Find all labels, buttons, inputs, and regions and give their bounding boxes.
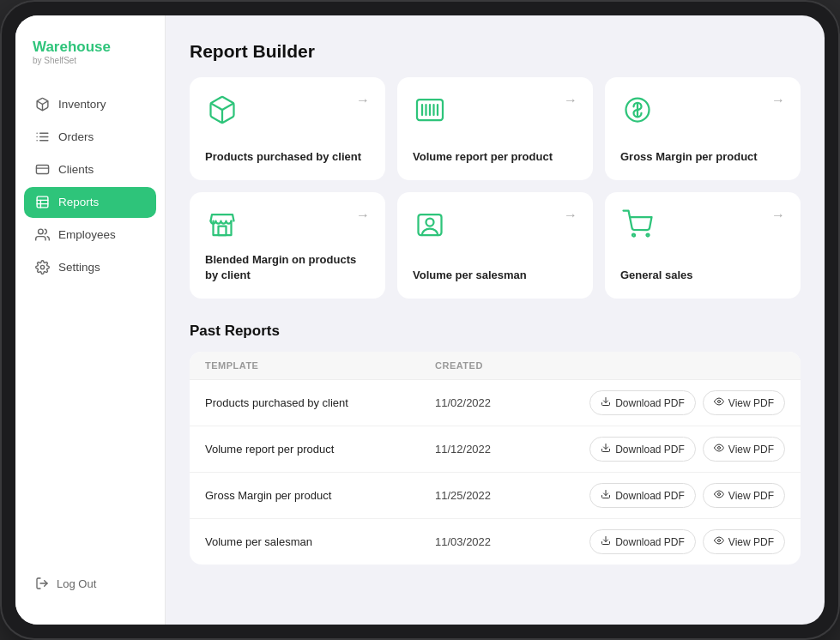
sidebar-item-orders[interactable]: Orders [24, 122, 156, 153]
download-icon [601, 535, 611, 548]
report-card-general-sales[interactable]: → General sales [605, 192, 801, 299]
sidebar-bottom: Log Out [15, 568, 165, 607]
svg-point-33 [717, 447, 720, 450]
row4-view-button[interactable]: View PDF [703, 529, 785, 554]
report-cards-grid: → Products purchased by client → Volume … [190, 77, 801, 299]
svg-point-13 [38, 229, 43, 234]
logout-label: Log Out [57, 577, 96, 590]
row3-actions: Download PDF View PDF [555, 483, 785, 508]
row2-template: Volume report per product [205, 443, 435, 456]
eye-icon [714, 489, 724, 502]
row2-view-button[interactable]: View PDF [703, 437, 785, 462]
table-row: Gross Margin per product 11/25/2022 Down… [190, 473, 801, 519]
tablet-screen: Warehouse by ShelfSet Inventory Orders [15, 15, 825, 625]
row3-date: 11/25/2022 [435, 489, 555, 502]
list-icon [34, 130, 50, 145]
card-label-6: General sales [620, 268, 785, 283]
tablet-frame: Warehouse by ShelfSet Inventory Orders [0, 0, 840, 640]
past-reports-table: TEMPLATE CREATED Products purchased by c… [190, 352, 801, 565]
sidebar-item-settings[interactable]: Settings [24, 252, 156, 283]
row4-date: 11/03/2022 [435, 535, 555, 548]
box-report-icon [205, 93, 239, 127]
table-row: Volume report per product 11/12/2022 Dow… [190, 426, 801, 473]
card-label-5: Volume per salesman [413, 268, 577, 283]
card-label-3: Gross Margin per product [620, 149, 785, 165]
report-card-blended-margin[interactable]: → Blended Margin on products by client [190, 192, 385, 299]
svg-point-37 [717, 540, 720, 542]
row3-template: Gross Margin per product [205, 489, 435, 502]
report-card-volume-salesman[interactable]: → Volume per salesman [397, 192, 593, 299]
eye-icon [714, 535, 724, 548]
reports-icon [34, 195, 50, 210]
card-label-4: Blended Margin on products by client [205, 252, 370, 283]
th-template: TEMPLATE [205, 360, 435, 371]
sidebar: Warehouse by ShelfSet Inventory Orders [15, 15, 166, 625]
sidebar-item-clients-label: Clients [58, 163, 94, 176]
row2-date: 11/12/2022 [435, 443, 555, 456]
svg-point-28 [632, 234, 635, 237]
sidebar-item-settings-label: Settings [58, 261, 100, 274]
sidebar-item-employees-label: Employees [58, 228, 116, 241]
card-label-1: Products purchased by client [205, 149, 370, 165]
row3-download-button[interactable]: Download PDF [589, 483, 696, 508]
svg-rect-9 [37, 196, 48, 208]
person-icon [413, 208, 447, 242]
arrow-icon-2: → [564, 93, 577, 108]
sidebar-item-orders-label: Orders [58, 130, 94, 143]
store-icon [205, 208, 239, 242]
svg-point-31 [717, 401, 720, 403]
credit-card-icon [34, 162, 50, 178]
card-label-2: Volume report per product [413, 149, 577, 165]
row4-actions: Download PDF View PDF [555, 529, 785, 554]
arrow-icon-3: → [771, 93, 785, 108]
svg-rect-7 [36, 166, 48, 174]
row3-view-button[interactable]: View PDF [703, 483, 785, 508]
barcode-icon [413, 93, 447, 127]
logout-button[interactable]: Log Out [24, 568, 156, 599]
sidebar-item-reports-label: Reports [58, 196, 99, 208]
report-card-gross-margin[interactable]: → Gross Margin per product [605, 77, 801, 180]
past-reports-title: Past Reports [190, 323, 801, 340]
page-title: Report Builder [190, 41, 801, 62]
arrow-icon-6: → [771, 208, 785, 223]
svg-point-35 [717, 493, 720, 496]
row2-download-button[interactable]: Download PDF [589, 437, 696, 462]
table-header: TEMPLATE CREATED [190, 352, 801, 380]
row1-view-button[interactable]: View PDF [703, 390, 785, 415]
row2-actions: Download PDF View PDF [555, 437, 785, 462]
main-content: Report Builder → Products purchased by c… [166, 15, 825, 625]
sidebar-nav: Inventory Orders Clients [15, 89, 165, 568]
settings-icon [34, 260, 50, 275]
row1-download-button[interactable]: Download PDF [589, 390, 696, 415]
row4-download-button[interactable]: Download PDF [589, 529, 696, 554]
arrow-icon-1: → [356, 93, 370, 108]
svg-point-29 [647, 234, 650, 237]
report-card-volume-per-product[interactable]: → Volume report per product [397, 77, 593, 180]
th-created: CREATED [435, 360, 555, 371]
employees-icon [34, 227, 50, 243]
download-icon [601, 443, 611, 456]
sidebar-item-reports[interactable]: Reports [24, 187, 156, 218]
svg-rect-25 [219, 226, 227, 236]
arrow-icon-4: → [356, 208, 370, 223]
svg-point-14 [40, 266, 44, 269]
svg-point-27 [426, 219, 434, 226]
row4-template: Volume per salesman [205, 535, 435, 548]
sidebar-item-employees[interactable]: Employees [24, 220, 156, 251]
table-row: Volume per salesman 11/03/2022 Download … [190, 519, 801, 565]
sidebar-logo: Warehouse by ShelfSet [15, 39, 165, 89]
row1-actions: Download PDF View PDF [555, 390, 785, 415]
sidebar-item-clients[interactable]: Clients [24, 154, 156, 185]
dollar-circle-icon [620, 93, 655, 127]
download-icon [601, 396, 611, 409]
brand-name: Warehouse [33, 39, 148, 56]
logout-icon [34, 576, 50, 591]
download-icon [601, 489, 611, 502]
report-card-products-by-client[interactable]: → Products purchased by client [190, 77, 385, 180]
row1-date: 11/02/2022 [435, 396, 555, 409]
brand-sub: by ShelfSet [33, 56, 148, 65]
eye-icon [714, 396, 724, 409]
row1-template: Products purchased by client [205, 396, 435, 409]
sidebar-item-inventory[interactable]: Inventory [24, 89, 156, 120]
arrow-icon-5: → [564, 208, 577, 223]
